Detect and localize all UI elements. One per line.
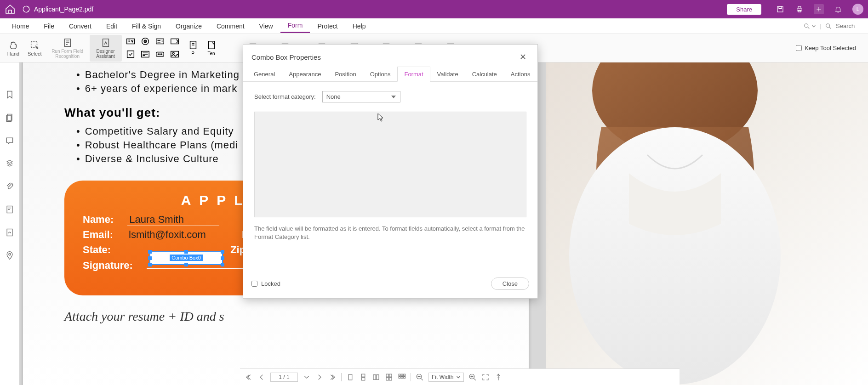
layers-icon[interactable]: [5, 159, 14, 168]
keep-tool-cb[interactable]: [796, 45, 802, 51]
tool-hand[interactable]: Hand: [3, 35, 24, 62]
bookmark-icon[interactable]: [5, 90, 14, 99]
tool-select[interactable]: Select: [24, 35, 46, 62]
fullscreen-icon[interactable]: [481, 373, 490, 381]
menu-convert[interactable]: Convert: [62, 20, 99, 33]
last-page-icon[interactable]: [328, 373, 337, 381]
svg-rect-55: [404, 376, 405, 378]
tool-designer[interactable]: Designer Assistant: [90, 35, 122, 62]
svg-rect-47: [389, 374, 392, 377]
continuous-facing-icon[interactable]: [385, 373, 393, 381]
menu-file[interactable]: File: [36, 20, 62, 33]
dialog-tabs: General Appearance Position Options Form…: [243, 67, 537, 82]
find-tool-icon[interactable]: [803, 23, 816, 30]
locked-checkbox[interactable]: Locked: [251, 280, 280, 287]
chevron-down-icon[interactable]: [303, 373, 311, 381]
tab-calculate[interactable]: Calculate: [465, 67, 504, 81]
page-indicator[interactable]: 1 / 1: [270, 373, 298, 382]
notification-icon[interactable]: [833, 4, 843, 14]
menu-home[interactable]: Home: [5, 20, 36, 33]
menu-comment[interactable]: Comment: [209, 20, 252, 33]
field-panel-icon[interactable]: [5, 205, 14, 214]
name-field[interactable]: Laura Smith: [127, 214, 219, 226]
field-list-icon[interactable]: [140, 49, 150, 59]
keep-tool-checkbox[interactable]: Keep Tool Selected: [796, 45, 865, 51]
svg-rect-48: [386, 377, 388, 380]
user-avatar[interactable]: L: [852, 4, 863, 15]
zoom-select[interactable]: Fit Width: [428, 373, 464, 382]
partial-tool-2[interactable]: Ten: [205, 38, 218, 58]
next-page-icon[interactable]: [315, 373, 324, 381]
combo-box-selected[interactable]: Combo Box0: [149, 251, 223, 265]
field-button-icon[interactable]: [155, 49, 165, 59]
location-icon[interactable]: [5, 251, 14, 260]
attachments-icon[interactable]: [5, 182, 14, 191]
zoom-out-icon[interactable]: [416, 373, 424, 381]
tool-runform-label: Run Form Field Recognition: [49, 49, 86, 59]
tab-actions[interactable]: Actions: [504, 67, 537, 81]
first-page-icon[interactable]: [245, 373, 253, 381]
format-hint-text: The field value will be formatted as it …: [254, 225, 526, 241]
svg-rect-49: [389, 377, 392, 380]
print-icon[interactable]: [794, 4, 805, 14]
menu-view[interactable]: View: [252, 20, 280, 33]
email-field[interactable]: lsmith@foxit.com: [127, 229, 219, 241]
locked-label: Locked: [261, 280, 280, 287]
tab-validate[interactable]: Validate: [430, 67, 465, 81]
field-radio-icon[interactable]: [140, 36, 150, 46]
menu-edit[interactable]: Edit: [99, 20, 125, 33]
svg-rect-41: [348, 374, 352, 380]
tool-select-label: Select: [28, 51, 42, 57]
menu-help[interactable]: Help: [345, 20, 373, 33]
tab-position[interactable]: Position: [328, 67, 363, 81]
home-icon[interactable]: [5, 4, 16, 15]
comments-icon[interactable]: [5, 136, 14, 145]
pin-icon[interactable]: [494, 373, 503, 381]
format-category-select[interactable]: None: [322, 91, 400, 102]
svg-point-7: [826, 23, 830, 27]
field-text-icon[interactable]: [126, 36, 136, 46]
facing-icon[interactable]: [372, 373, 380, 381]
single-page-icon[interactable]: [346, 373, 354, 381]
svg-rect-52: [404, 374, 405, 376]
file-name: Applicant_Page2.pdf: [34, 6, 93, 13]
search-icon[interactable]: [825, 23, 832, 30]
add-icon[interactable]: [814, 4, 824, 14]
locked-cb-input[interactable]: [251, 281, 257, 287]
field-image-icon[interactable]: [170, 49, 180, 59]
svg-rect-1: [777, 6, 783, 12]
combo-box-label: Combo Box0: [170, 255, 203, 261]
tab-format[interactable]: Format: [397, 67, 430, 82]
prev-page-icon[interactable]: [257, 373, 266, 381]
keep-tool-label: Keep Tool Selected: [805, 45, 856, 51]
grid-view-icon[interactable]: [398, 373, 406, 381]
field-combo-icon[interactable]: [155, 36, 165, 46]
email-label: Email:: [83, 229, 113, 241]
field-sign-icon[interactable]: [170, 36, 180, 46]
tab-options[interactable]: Options: [363, 67, 398, 81]
svg-rect-54: [401, 376, 403, 378]
close-icon[interactable]: ✕: [517, 52, 529, 62]
pages-icon[interactable]: [5, 113, 14, 122]
share-button[interactable]: Share: [727, 4, 761, 15]
signatures-icon[interactable]: [5, 228, 14, 237]
menu-protect[interactable]: Protect: [310, 20, 345, 33]
tool-hand-label: Hand: [7, 51, 19, 57]
menu-form[interactable]: Form: [280, 19, 310, 33]
continuous-icon[interactable]: [359, 373, 367, 381]
titlebar: Applicant_Page2.pdf Share L: [0, 0, 868, 18]
tab-appearance[interactable]: Appearance: [282, 67, 328, 81]
menu-organize[interactable]: Organize: [168, 20, 209, 33]
tool-runform[interactable]: Run Form Field Recognition: [46, 35, 90, 62]
save-icon[interactable]: [775, 4, 785, 14]
field-check-icon[interactable]: [126, 49, 136, 59]
svg-point-20: [160, 54, 160, 55]
menu-fillsign[interactable]: Fill & Sign: [125, 20, 168, 33]
zoom-in-icon[interactable]: [468, 373, 477, 381]
svg-rect-53: [399, 376, 400, 378]
close-button[interactable]: Close: [491, 277, 529, 290]
tab-general[interactable]: General: [247, 67, 282, 81]
svg-rect-42: [361, 374, 365, 377]
partial-tool-1[interactable]: P: [186, 38, 200, 58]
search-input[interactable]: [836, 23, 863, 29]
